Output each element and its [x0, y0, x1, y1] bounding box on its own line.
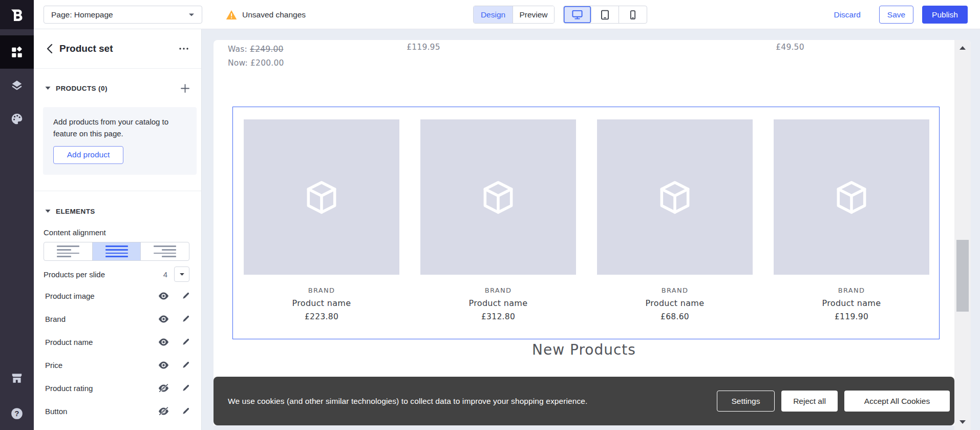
cookie-settings-button[interactable]: Settings: [717, 391, 775, 412]
products-empty-text: Add products from your catalog to featur…: [53, 116, 179, 140]
rail-item-help[interactable]: ?: [0, 397, 34, 430]
warning-icon: [226, 10, 237, 20]
cookie-accept-all-button[interactable]: Accept All Cookies: [844, 391, 950, 412]
section-caret-icon: [45, 86, 51, 90]
visibility-toggle[interactable]: [158, 361, 169, 369]
rail-item-theme-styles[interactable]: [0, 102, 34, 135]
product-image-placeholder: [420, 119, 576, 275]
back-button[interactable]: [46, 44, 53, 54]
align-right-button[interactable]: [141, 242, 189, 260]
discard-button[interactable]: Discard: [834, 10, 861, 19]
elements-section-header[interactable]: ELEMENTS: [45, 204, 190, 218]
eye-icon: [158, 292, 169, 300]
top-bar: Page: Homepage Unsaved changes Design Pr…: [0, 0, 980, 29]
page-selector-dropdown[interactable]: Page: Homepage: [44, 6, 202, 24]
product-brand: BRAND: [244, 286, 399, 294]
storefront-content: Was: £249.00 Now: £200.00 £119.95 £49.50…: [214, 40, 954, 430]
cookie-reject-all-button[interactable]: Reject all: [781, 391, 838, 412]
panel-title: Product set: [59, 43, 113, 54]
top-bar-actions: Discard Save Publish: [834, 0, 968, 29]
desktop-view-button[interactable]: [564, 6, 591, 23]
eye-off-icon: [158, 384, 169, 393]
eye-off-icon: [158, 407, 169, 416]
rail-item-widgets[interactable]: [0, 35, 34, 69]
product-name: Product name: [420, 298, 576, 308]
scrollbar-thumb[interactable]: [956, 240, 969, 312]
add-products-plus-icon[interactable]: [180, 84, 190, 93]
price-remnant: £49.50: [757, 43, 823, 52]
page-selector-value: Page: Homepage: [51, 10, 113, 19]
chevron-down-icon: [179, 273, 185, 276]
scroll-down-arrow[interactable]: [960, 420, 966, 424]
edit-element-button[interactable]: [181, 384, 190, 393]
publish-button[interactable]: Publish: [922, 6, 968, 24]
bigcommerce-logo-icon[interactable]: [0, 0, 34, 29]
content-alignment-control: [44, 242, 189, 261]
element-row-price: Price: [45, 354, 190, 377]
page-builder: Page: Homepage Unsaved changes Design Pr…: [0, 0, 980, 430]
more-options-icon[interactable]: [179, 47, 189, 50]
edit-element-button[interactable]: [181, 315, 190, 324]
product-card[interactable]: BRAND Product name £119.90: [774, 119, 929, 339]
visibility-toggle[interactable]: [158, 292, 169, 300]
product-price: £68.60: [597, 312, 753, 321]
was-label: Was:: [228, 45, 247, 54]
align-right-icon: [154, 245, 176, 257]
settings-panel: Product set PRODUCTS (0) Add products fr…: [34, 29, 202, 430]
help-icon: ?: [10, 407, 24, 420]
products-section-header[interactable]: PRODUCTS (0): [45, 81, 190, 95]
tablet-view-button[interactable]: [591, 6, 619, 23]
element-row-product-image: Product image: [45, 284, 190, 308]
unsaved-changes-label: Unsaved changes: [242, 10, 306, 19]
tab-design[interactable]: Design: [474, 6, 513, 23]
product-card[interactable]: BRAND Product name £68.60: [597, 119, 753, 339]
product-card[interactable]: BRAND Product name £223.80: [244, 119, 399, 339]
product-card[interactable]: BRAND Product name £312.80: [420, 119, 576, 339]
products-per-slide-label: Products per slide: [44, 270, 105, 279]
edit-element-button[interactable]: [181, 292, 190, 301]
element-rows: Product image Brand: [45, 284, 190, 423]
product-name: Product name: [597, 298, 753, 308]
eye-icon: [158, 315, 169, 323]
visibility-toggle[interactable]: [158, 338, 169, 346]
widgets-icon: [10, 46, 24, 59]
rail-item-layers[interactable]: [0, 69, 34, 102]
product-image-placeholder: [774, 119, 929, 275]
add-product-button[interactable]: Add product: [53, 146, 123, 164]
cookie-banner: We use cookies (and other similar techno…: [214, 377, 954, 425]
edit-element-button[interactable]: [181, 361, 190, 370]
rail-item-storefront[interactable]: [0, 361, 34, 395]
products-per-slide-row: Products per slide 4: [44, 265, 189, 283]
edit-element-button[interactable]: [181, 407, 190, 416]
eye-icon: [158, 338, 169, 346]
product-name: Product name: [244, 298, 399, 308]
edit-pencil-icon: [181, 315, 190, 324]
cube-icon: [832, 177, 871, 217]
visibility-toggle[interactable]: [158, 407, 169, 416]
save-button[interactable]: Save: [879, 6, 913, 24]
price-remnant: £119.95: [390, 43, 457, 52]
preview-scrollbar: [954, 40, 971, 430]
chevron-left-icon: [46, 44, 53, 54]
product-brand: BRAND: [420, 286, 576, 294]
mobile-icon: [628, 9, 638, 21]
align-center-button[interactable]: [93, 242, 141, 260]
tab-preview[interactable]: Preview: [513, 6, 554, 23]
align-left-button[interactable]: [44, 242, 93, 260]
product-set-block-selected[interactable]: BRAND Product name £223.80 BRAND Product…: [232, 107, 940, 339]
cube-icon: [302, 177, 342, 217]
mobile-view-button[interactable]: [619, 6, 647, 23]
desktop-icon: [571, 9, 583, 20]
visibility-toggle[interactable]: [158, 315, 169, 323]
element-row-button: Button: [45, 400, 190, 423]
scroll-up-arrow[interactable]: [960, 46, 966, 50]
element-label: Brand: [45, 315, 66, 323]
product-brand: BRAND: [597, 286, 753, 294]
align-left-icon: [57, 245, 79, 257]
storefront-icon: [10, 372, 24, 385]
element-row-product-name: Product name: [45, 331, 190, 354]
visibility-toggle[interactable]: [158, 384, 169, 393]
was-price: £249.00: [250, 45, 284, 54]
edit-element-button[interactable]: [181, 338, 190, 347]
products-per-slide-dropdown[interactable]: [174, 267, 189, 282]
